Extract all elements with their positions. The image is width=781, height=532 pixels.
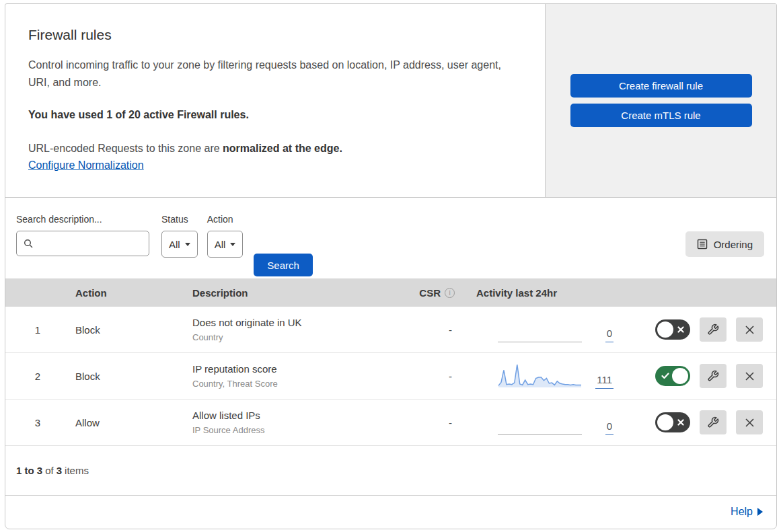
rule-priority: 3 bbox=[5, 417, 70, 428]
filter-bar: Search description... Status All Action … bbox=[5, 198, 776, 278]
page-title: Firewall rules bbox=[28, 27, 522, 43]
status-label: Status bbox=[161, 214, 207, 225]
activity-sparkline bbox=[498, 408, 582, 435]
rule-controls bbox=[626, 410, 776, 434]
chevron-down-icon bbox=[230, 243, 235, 246]
column-action: Action bbox=[70, 287, 188, 299]
search-block: Search description... bbox=[16, 214, 161, 256]
rule-activity-cell: 0 bbox=[471, 307, 626, 352]
status-select-value: All bbox=[169, 239, 180, 250]
rule-activity-cell: 0 bbox=[471, 400, 626, 445]
create-firewall-rule-button[interactable]: Create firewall rule bbox=[570, 74, 752, 98]
close-icon bbox=[745, 418, 755, 428]
create-mtls-rule-button[interactable]: Create mTLS rule bbox=[570, 104, 752, 127]
rule-action: Block bbox=[70, 371, 188, 382]
delete-rule-button[interactable] bbox=[736, 410, 763, 434]
header-content: Firewall rules Control incoming traffic … bbox=[5, 4, 545, 197]
actions-panel: Create firewall rule Create mTLS rule bbox=[545, 4, 776, 197]
edit-rule-button[interactable] bbox=[700, 317, 727, 342]
toggle-x-icon bbox=[677, 326, 684, 333]
action-select-value: All bbox=[215, 239, 226, 250]
search-input[interactable] bbox=[39, 238, 142, 249]
ordering-list-icon bbox=[697, 239, 708, 250]
wrench-icon bbox=[707, 370, 719, 382]
wrench-icon bbox=[707, 324, 719, 336]
rule-fields: IP Source Address bbox=[192, 424, 404, 437]
rule-description-cell: Does not originate in UK Country bbox=[188, 315, 404, 344]
toggle-knob bbox=[672, 368, 688, 384]
enable-toggle[interactable] bbox=[655, 366, 690, 386]
firewall-rules-card: Firewall rules Control incoming traffic … bbox=[5, 3, 777, 529]
pagination-range: 1 to 3 bbox=[16, 465, 42, 476]
activity-sparkline bbox=[498, 362, 582, 389]
search-icon bbox=[24, 239, 34, 249]
help-link[interactable]: Help bbox=[731, 506, 763, 518]
rule-fields: Country, Threat Score bbox=[192, 377, 404, 391]
table-row: 3 Allow Allow listed IPs IP Source Addre… bbox=[5, 400, 776, 446]
rule-activity-cell: 111 bbox=[471, 353, 626, 399]
toggle-x-icon bbox=[677, 419, 684, 426]
rule-fields: Country bbox=[192, 331, 404, 344]
table-row: 1 Block Does not originate in UK Country… bbox=[5, 307, 776, 353]
rule-description-cell: IP reputation score Country, Threat Scor… bbox=[188, 362, 404, 390]
rule-description-cell: Allow listed IPs IP Source Address bbox=[188, 408, 404, 436]
rule-csr-value: - bbox=[404, 371, 471, 382]
table-row: 2 Block IP reputation score Country, Thr… bbox=[5, 353, 776, 400]
normalization-bold: normalized at the edge. bbox=[223, 143, 342, 154]
rule-description[interactable]: Allow listed IPs bbox=[192, 408, 404, 424]
normalization-prefix: URL-encoded Requests to this zone are bbox=[28, 143, 223, 154]
edit-rule-button[interactable] bbox=[700, 410, 727, 434]
page-description: Control incoming traffic to your zone by… bbox=[28, 56, 514, 91]
wrench-icon bbox=[707, 416, 719, 428]
rule-csr-value: - bbox=[404, 324, 471, 336]
activity-sparkline bbox=[498, 315, 582, 342]
info-icon[interactable]: i bbox=[445, 288, 455, 298]
rule-priority: 2 bbox=[5, 371, 70, 382]
status-filter-block: Status All bbox=[161, 214, 207, 258]
toggle-knob bbox=[657, 414, 673, 430]
close-icon bbox=[745, 325, 755, 335]
action-filter-block: Action All bbox=[207, 214, 253, 258]
pagination-of: of bbox=[45, 465, 54, 476]
usage-summary: You have used 1 of 20 active Firewall ru… bbox=[28, 109, 522, 121]
search-field[interactable] bbox=[16, 231, 149, 256]
activity-count-link[interactable]: 0 bbox=[605, 328, 613, 342]
rule-description[interactable]: Does not originate in UK bbox=[192, 315, 404, 331]
toggle-knob bbox=[657, 321, 673, 338]
delete-rule-button[interactable] bbox=[736, 317, 763, 342]
column-activity: Activity last 24hr bbox=[471, 287, 626, 299]
arrow-right-icon bbox=[757, 508, 763, 516]
close-icon bbox=[745, 371, 755, 381]
action-select[interactable]: All bbox=[207, 231, 244, 258]
rule-action: Allow bbox=[70, 417, 188, 428]
pagination-total: 3 bbox=[57, 465, 62, 476]
status-select[interactable]: All bbox=[161, 231, 198, 258]
activity-count-link[interactable]: 111 bbox=[595, 374, 613, 389]
normalization-text: URL-encoded Requests to this zone are no… bbox=[28, 140, 522, 157]
table-header: Action Description CSR i Activity last 2… bbox=[5, 278, 776, 307]
column-csr: CSR i bbox=[404, 287, 471, 299]
chevron-down-icon bbox=[185, 243, 190, 246]
rule-controls bbox=[626, 317, 776, 342]
rule-action: Block bbox=[70, 324, 188, 336]
help-label: Help bbox=[731, 506, 753, 518]
rule-priority: 1 bbox=[5, 324, 70, 336]
enable-toggle[interactable] bbox=[655, 319, 690, 340]
check-icon bbox=[661, 373, 669, 379]
activity-count-link[interactable]: 0 bbox=[605, 420, 613, 435]
rule-description[interactable]: IP reputation score bbox=[192, 362, 404, 377]
rule-controls bbox=[626, 364, 776, 388]
search-button[interactable]: Search bbox=[254, 254, 313, 276]
column-description: Description bbox=[188, 287, 404, 299]
header-section: Firewall rules Control incoming traffic … bbox=[5, 4, 776, 198]
pagination-items: items bbox=[65, 465, 89, 476]
edit-rule-button[interactable] bbox=[700, 364, 727, 388]
enable-toggle[interactable] bbox=[655, 412, 690, 432]
table-body: 1 Block Does not originate in UK Country… bbox=[5, 307, 776, 446]
configure-normalization-link[interactable]: Configure Normalization bbox=[28, 159, 144, 172]
action-label: Action bbox=[207, 214, 253, 225]
rule-csr-value: - bbox=[404, 417, 471, 428]
delete-rule-button[interactable] bbox=[736, 364, 763, 388]
ordering-button-label: Ordering bbox=[714, 239, 753, 250]
ordering-button[interactable]: Ordering bbox=[685, 231, 764, 257]
